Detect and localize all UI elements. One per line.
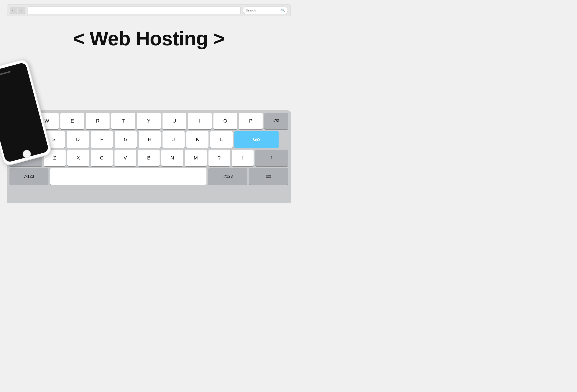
key-d[interactable]: D [67,131,89,148]
key-p[interactable]: P [239,113,263,129]
numbers-label: .?123 [24,174,34,179]
key-f[interactable]: F [91,131,113,148]
key-g[interactable]: G [115,131,137,148]
search-box[interactable]: Search 🔍 [243,6,288,14]
forward-icon: > [21,9,23,12]
address-bar[interactable] [27,6,241,14]
back-icon: < [12,9,14,12]
key-j[interactable]: J [163,131,184,148]
forward-button[interactable]: > [18,7,25,14]
key-b[interactable]: B [138,150,160,166]
key-t[interactable]: T [111,113,135,129]
nav-buttons: < > [10,7,25,14]
key-o[interactable]: O [214,113,237,129]
key-v[interactable]: V [114,150,136,166]
key-delete[interactable]: ⌫ [264,113,288,129]
key-x[interactable]: X [67,150,89,166]
delete-icon: ⌫ [273,119,279,124]
go-label: Go [253,136,260,142]
keyboard-row-3: ⇧ Z X C V B N M ? ! ⇧ [9,150,288,166]
key-question[interactable]: ? [209,150,230,166]
key-y[interactable]: Y [137,113,160,129]
key-c[interactable]: C [91,150,112,166]
keyboard-row-1: Q W E R T Y U I O P ⌫ [9,113,288,129]
key-exclaim[interactable]: ! [232,150,253,166]
key-keyboard[interactable]: ⌨ [249,168,288,185]
key-numbers[interactable]: .?123 [9,168,48,185]
key-space[interactable] [50,168,207,185]
key-go[interactable]: Go [234,131,279,148]
numbers-right-label: .?123 [223,174,233,179]
search-icon: 🔍 [281,9,285,12]
keyboard-row-2: A S D F G H J K L Go [9,131,288,148]
keyboard: Q W E R T Y U I O P ⌫ A S D F G H J K L … [7,110,291,203]
search-label: Search [246,9,279,12]
key-h[interactable]: H [139,131,161,148]
key-u[interactable]: U [163,113,186,129]
shift-right-icon: ⇧ [270,156,273,161]
back-button[interactable]: < [10,7,17,14]
main-heading: < Web Hosting > [0,27,297,50]
key-r[interactable]: R [86,113,109,129]
key-m[interactable]: M [185,150,207,166]
key-n[interactable]: N [161,150,183,166]
browser-bar: < > Search 🔍 [7,4,291,16]
keyboard-row-4: .?123 .?123 ⌨ [9,168,288,185]
key-shift-right[interactable]: ⇧ [255,150,288,166]
key-k[interactable]: K [186,131,209,148]
key-e[interactable]: E [60,113,84,129]
key-numbers-right[interactable]: .?123 [208,168,247,185]
keyboard-icon: ⌨ [265,174,271,179]
key-l[interactable]: L [210,131,232,148]
key-i[interactable]: I [188,113,212,129]
